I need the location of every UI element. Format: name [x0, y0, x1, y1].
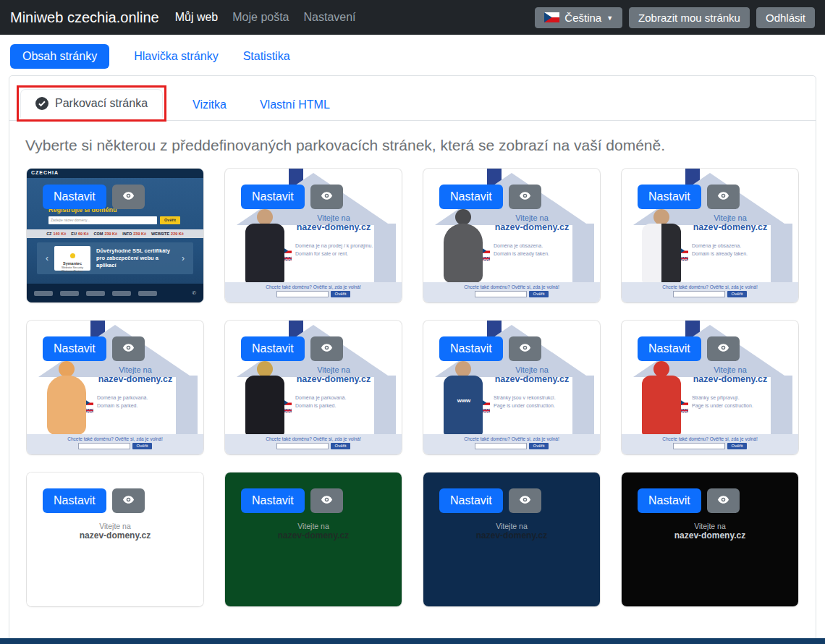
eye-icon [716, 342, 730, 356]
nastavit-button[interactable]: Nastavit [241, 336, 305, 361]
logout-button[interactable]: Odhlásit [756, 7, 815, 28]
preview-eye-button[interactable] [509, 336, 541, 361]
tile-overlay: Nastavit [241, 336, 343, 361]
subtab-vizitka[interactable]: Vizitka [185, 90, 234, 120]
domain-name: nazev-domeny.cz [27, 530, 203, 541]
welcome-title: Vitejte na [423, 522, 600, 530]
carousel-next-icon: › [182, 253, 185, 263]
domain-check-prompt: Chcete také doménu? Ověřte si, zda je vo… [622, 284, 798, 289]
photo-silhouette: www [438, 361, 490, 435]
parking-template-card: Vitejte na nazev-domeny.cz [225, 473, 402, 606]
tab-statistika[interactable]: Statistika [243, 50, 290, 63]
parking-template-card: Vitejte na nazev-domeny.cz [27, 473, 203, 606]
tab-hlavicka-stranky[interactable]: Hlavička stránky [134, 50, 218, 63]
nastavit-button[interactable]: Nastavit [241, 488, 305, 513]
subtab-vlastni-html[interactable]: Vlastní HTML [253, 90, 337, 120]
caption-english: Domain is already taken. [494, 251, 549, 256]
caption-czech: Stránky jsou v rekonstrukci. [494, 395, 556, 400]
preview-eye-button[interactable] [310, 488, 343, 513]
domain-name: nazev-domeny.cz [672, 374, 788, 384]
house-wall [176, 376, 198, 435]
language-dropdown[interactable]: Čeština ▼ [535, 7, 622, 28]
ssl-banner: ‹ Symantec Website Security Platinum Par… [37, 242, 193, 274]
preview-eye-button[interactable] [509, 488, 541, 513]
eye-icon [716, 493, 730, 508]
nav-item-nastaveni[interactable]: Nastavení [304, 11, 356, 24]
nastavit-button[interactable]: Nastavit [241, 185, 305, 209]
domain-check-button: Ověřit [331, 443, 350, 449]
preview-eye-button[interactable] [112, 336, 145, 361]
nastavit-button[interactable]: Nastavit [638, 185, 701, 209]
tile-overlay: Nastavit [43, 488, 145, 513]
phone-icon: ✆ [192, 290, 196, 296]
caption-english: Page is under construction. [494, 403, 555, 408]
content-card: Parkovací stránka Vizitka Vlastní HTML V… [9, 75, 816, 642]
domain-name: nazev-domeny.cz [622, 530, 798, 541]
preview-eye-button[interactable] [509, 185, 541, 209]
czechia-logo: CZECHIA [27, 169, 203, 178]
domain-check-input [276, 291, 329, 297]
parking-template-card: Vitejte na nazev-domeny.cz [423, 473, 600, 606]
domain-check-prompt: Chcete také doménu? Ověřte si, zda je vo… [27, 436, 203, 441]
tile-overlay: Nastavit [638, 488, 740, 513]
domain-check-button: Ověřit [727, 291, 746, 297]
tile-overlay: Nastavit [43, 336, 145, 361]
domain-name: nazev-domeny.cz [225, 530, 402, 541]
view-my-site-button[interactable]: Zobrazit mou stránku [629, 7, 750, 28]
preview-eye-button[interactable] [310, 336, 343, 361]
house-wall [374, 224, 396, 283]
domain-check-bar: Chcete také doménu? Ověřte si, zda je vo… [622, 434, 798, 454]
ssl-banner-title: Důvěryhodné SSL certifikáty pro zabezpeč… [96, 247, 176, 269]
parking-template-card: Vitejte na nazev-domeny.cz Doména je na … [225, 169, 402, 302]
domain-check-bar: Chcete také doménu? Ověřte si, zda je vo… [225, 282, 402, 302]
nav-item-moje-posta[interactable]: Moje pošta [232, 11, 289, 24]
nastavit-button[interactable]: Nastavit [439, 336, 503, 361]
domain-name: nazev-domeny.cz [276, 222, 392, 232]
preview-eye-button[interactable] [707, 488, 740, 513]
nastavit-button[interactable]: Nastavit [43, 336, 106, 361]
subtab-parkovaci-stranka[interactable]: Parkovací stránka [20, 89, 163, 118]
tile-overlay: Nastavit [638, 336, 740, 361]
nastavit-button[interactable]: Nastavit [439, 185, 503, 209]
intro-text: Vyberte si některou z předdefinovaných p… [9, 121, 816, 158]
caption-czech: Doména je obsazena. [494, 243, 543, 248]
nastavit-button[interactable]: Nastavit [638, 336, 701, 361]
nav-item-muj-web[interactable]: Můj web [175, 11, 219, 24]
welcome-title: Vitejte na [474, 213, 590, 222]
domain-check-input [276, 443, 329, 449]
preview-eye-button[interactable] [112, 185, 145, 209]
parking-template-card: Vitejte na nazev-domeny.cz Doména je par… [27, 321, 203, 454]
nastavit-button[interactable]: Nastavit [43, 488, 106, 513]
page-footer-strip [0, 638, 825, 644]
preview-eye-button[interactable] [707, 185, 740, 209]
house-wall [572, 376, 594, 435]
nastavit-button[interactable]: Nastavit [439, 488, 503, 513]
preview-eye-button[interactable] [310, 185, 343, 209]
domain-check-prompt: Chcete také doménu? Ověřte si, zda je vo… [225, 436, 402, 441]
domain-search-input: Zadejte název domény... [48, 216, 157, 224]
eye-icon [320, 493, 334, 508]
eye-icon [518, 190, 532, 204]
eye-icon [716, 190, 730, 204]
tile-overlay: Nastavit [43, 185, 145, 209]
domain-check-bar: Chcete také doménu? Ověřte si, zda je vo… [27, 434, 203, 454]
domain-check-input [673, 291, 725, 297]
photo-silhouette [240, 209, 292, 283]
language-label: Čeština [564, 12, 601, 24]
nastavit-button[interactable]: Nastavit [638, 488, 701, 513]
house-wall [374, 376, 396, 435]
preview-eye-button[interactable] [707, 336, 740, 361]
eye-icon [122, 342, 135, 356]
domain-name: nazev-domeny.cz [276, 374, 392, 384]
caption-english: Domain is parked. [97, 403, 138, 408]
tab-obsah-stranky[interactable]: Obsah stránky [10, 44, 109, 69]
caption-english: Domain is parked. [295, 403, 336, 408]
nastavit-button[interactable]: Nastavit [43, 185, 106, 209]
partner-logos-bar: ✆ [27, 284, 203, 302]
caption-czech: Doména je obsazena. [692, 243, 741, 248]
welcome-title: Vitejte na [276, 213, 392, 222]
domain-check-button: Ověřit [529, 443, 548, 449]
welcome-title: Vitejte na [672, 365, 788, 374]
preview-eye-button[interactable] [112, 488, 145, 513]
red-annotation-box: Parkovací stránka [17, 85, 166, 122]
